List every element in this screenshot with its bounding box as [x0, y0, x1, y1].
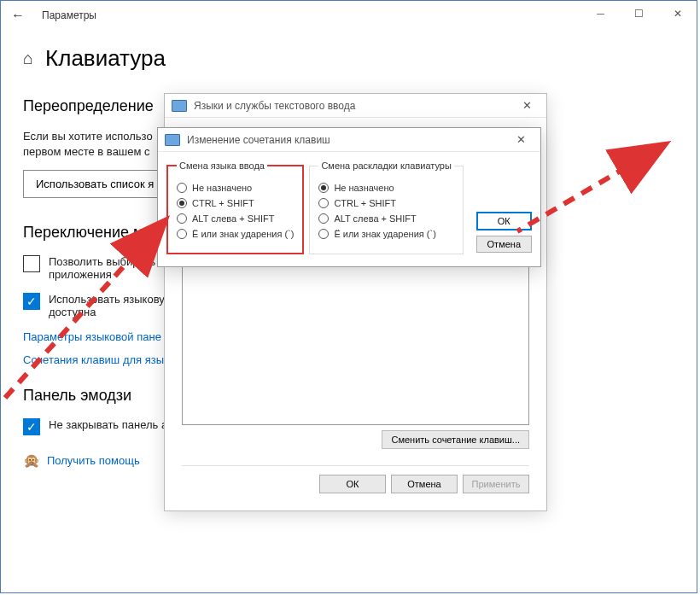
- input-lang-group: Смена языка ввода Не назначено CTRL + SH…: [166, 160, 304, 254]
- dialog2-ok-button[interactable]: ОК: [476, 212, 532, 230]
- radio-not-assigned-1[interactable]: Не назначено: [177, 183, 294, 193]
- dialog1-close-button[interactable]: ✕: [514, 99, 540, 112]
- dialog2-close-button[interactable]: ✕: [508, 133, 534, 146]
- maximize-button[interactable]: ☐: [620, 1, 658, 26]
- text-services-title: Языки и службы текстового ввода: [194, 100, 355, 112]
- back-icon[interactable]: ←: [9, 8, 26, 23]
- radio-ctrl-shift-2[interactable]: CTRL + SHIFT: [318, 198, 453, 208]
- dialog1-ok-button[interactable]: ОК: [319, 475, 386, 493]
- help-icon: 🙊: [23, 452, 38, 468]
- use-list-button[interactable]: Использовать список я: [23, 170, 166, 198]
- titlebar: ← Параметры ─ ☐ ✕: [1, 1, 697, 30]
- help-link[interactable]: Получить помощь: [47, 454, 140, 467]
- dialog1-apply-button[interactable]: Применить: [463, 475, 529, 493]
- change-hotkey-dialog: Изменение сочетания клавиш ✕ Смена языка…: [157, 127, 541, 267]
- dialog2-cancel-button[interactable]: Отмена: [476, 236, 532, 253]
- close-button[interactable]: ✕: [658, 1, 697, 26]
- allow-choose-label: Позволить выбирать м приложения: [49, 255, 166, 281]
- kbd-layout-group: Смена раскладки клавиатуры Не назначено …: [309, 160, 463, 254]
- radio-accent-1[interactable]: Ё или знак ударения (`): [177, 229, 294, 239]
- app-title: Параметры: [42, 9, 96, 21]
- radio-alt-shift-2[interactable]: ALT слева + SHIFT: [318, 213, 453, 224]
- input-lang-legend: Смена языка ввода: [177, 160, 267, 171]
- emoji-checkbox[interactable]: ✓: [23, 418, 40, 435]
- allow-choose-checkbox[interactable]: [23, 255, 40, 272]
- change-hotkey-button[interactable]: Сменить сочетание клавиш...: [382, 430, 529, 449]
- radio-not-assigned-2[interactable]: Не назначено: [318, 183, 453, 193]
- use-lang-label: Использовать языкову доступна: [49, 293, 165, 318]
- page-title: Клавиатура: [45, 45, 166, 72]
- keyboard-icon: [172, 100, 187, 112]
- keyboard-icon: [165, 134, 180, 146]
- dialog1-cancel-button[interactable]: Отмена: [391, 475, 458, 493]
- use-lang-checkbox[interactable]: ✓: [23, 293, 40, 310]
- minimize-button[interactable]: ─: [581, 1, 620, 26]
- radio-accent-2[interactable]: Ё или знак ударения (`): [318, 229, 453, 239]
- radio-ctrl-shift-1[interactable]: CTRL + SHIFT: [177, 198, 294, 208]
- kbd-layout-legend: Смена раскладки клавиатуры: [318, 160, 453, 171]
- home-icon[interactable]: ⌂: [23, 49, 33, 68]
- change-hotkey-title: Изменение сочетания клавиш: [187, 134, 330, 146]
- radio-alt-shift-1[interactable]: ALT слева + SHIFT: [177, 213, 294, 224]
